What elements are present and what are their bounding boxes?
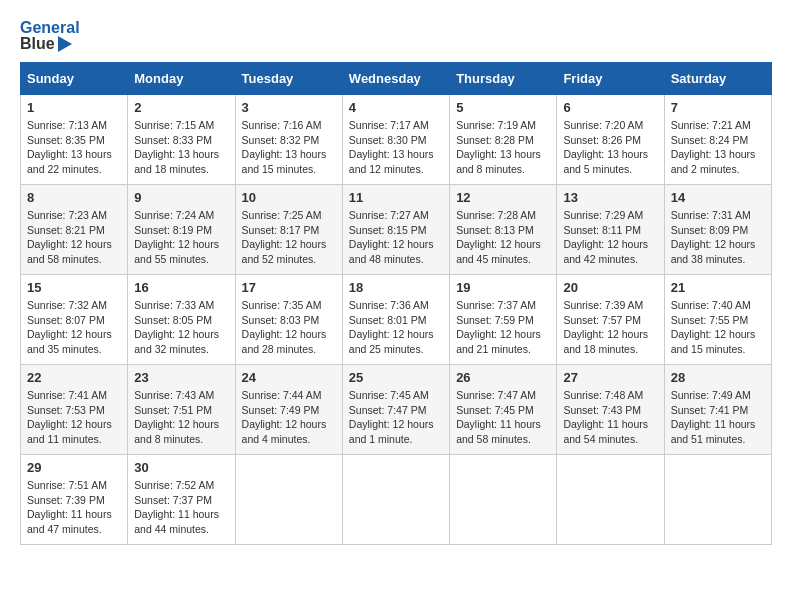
calendar-day-cell bbox=[342, 455, 449, 545]
day-info: Sunrise: 7:32 AM Sunset: 8:07 PM Dayligh… bbox=[27, 298, 121, 357]
day-number: 25 bbox=[349, 370, 443, 385]
calendar-day-cell: 5 Sunrise: 7:19 AM Sunset: 8:28 PM Dayli… bbox=[450, 95, 557, 185]
calendar-day-cell: 26 Sunrise: 7:47 AM Sunset: 7:45 PM Dayl… bbox=[450, 365, 557, 455]
day-info: Sunrise: 7:31 AM Sunset: 8:09 PM Dayligh… bbox=[671, 208, 765, 267]
calendar-week-row: 22 Sunrise: 7:41 AM Sunset: 7:53 PM Dayl… bbox=[21, 365, 772, 455]
calendar-day-cell: 17 Sunrise: 7:35 AM Sunset: 8:03 PM Dayl… bbox=[235, 275, 342, 365]
calendar-day-cell: 21 Sunrise: 7:40 AM Sunset: 7:55 PM Dayl… bbox=[664, 275, 771, 365]
day-info: Sunrise: 7:37 AM Sunset: 7:59 PM Dayligh… bbox=[456, 298, 550, 357]
day-number: 8 bbox=[27, 190, 121, 205]
day-number: 22 bbox=[27, 370, 121, 385]
calendar-day-cell bbox=[450, 455, 557, 545]
calendar-day-cell: 13 Sunrise: 7:29 AM Sunset: 8:11 PM Dayl… bbox=[557, 185, 664, 275]
calendar-day-cell: 11 Sunrise: 7:27 AM Sunset: 8:15 PM Dayl… bbox=[342, 185, 449, 275]
calendar-day-cell: 27 Sunrise: 7:48 AM Sunset: 7:43 PM Dayl… bbox=[557, 365, 664, 455]
calendar-day-cell: 6 Sunrise: 7:20 AM Sunset: 8:26 PM Dayli… bbox=[557, 95, 664, 185]
calendar-day-cell: 1 Sunrise: 7:13 AM Sunset: 8:35 PM Dayli… bbox=[21, 95, 128, 185]
calendar-day-cell: 8 Sunrise: 7:23 AM Sunset: 8:21 PM Dayli… bbox=[21, 185, 128, 275]
logo-arrow-icon bbox=[58, 36, 72, 52]
calendar-day-cell: 7 Sunrise: 7:21 AM Sunset: 8:24 PM Dayli… bbox=[664, 95, 771, 185]
calendar-week-row: 15 Sunrise: 7:32 AM Sunset: 8:07 PM Dayl… bbox=[21, 275, 772, 365]
day-number: 11 bbox=[349, 190, 443, 205]
day-info: Sunrise: 7:16 AM Sunset: 8:32 PM Dayligh… bbox=[242, 118, 336, 177]
logo-text: General Blue bbox=[20, 20, 80, 52]
calendar-day-cell: 19 Sunrise: 7:37 AM Sunset: 7:59 PM Dayl… bbox=[450, 275, 557, 365]
weekday-header-cell: Monday bbox=[128, 63, 235, 95]
calendar-day-cell: 25 Sunrise: 7:45 AM Sunset: 7:47 PM Dayl… bbox=[342, 365, 449, 455]
calendar-day-cell: 18 Sunrise: 7:36 AM Sunset: 8:01 PM Dayl… bbox=[342, 275, 449, 365]
day-info: Sunrise: 7:21 AM Sunset: 8:24 PM Dayligh… bbox=[671, 118, 765, 177]
day-number: 23 bbox=[134, 370, 228, 385]
day-number: 18 bbox=[349, 280, 443, 295]
day-number: 5 bbox=[456, 100, 550, 115]
day-number: 28 bbox=[671, 370, 765, 385]
day-number: 15 bbox=[27, 280, 121, 295]
day-info: Sunrise: 7:20 AM Sunset: 8:26 PM Dayligh… bbox=[563, 118, 657, 177]
day-number: 9 bbox=[134, 190, 228, 205]
day-info: Sunrise: 7:41 AM Sunset: 7:53 PM Dayligh… bbox=[27, 388, 121, 447]
day-info: Sunrise: 7:28 AM Sunset: 8:13 PM Dayligh… bbox=[456, 208, 550, 267]
calendar-day-cell bbox=[664, 455, 771, 545]
page-header: General Blue bbox=[20, 20, 772, 52]
logo-wrap: General Blue bbox=[20, 20, 80, 52]
day-info: Sunrise: 7:52 AM Sunset: 7:37 PM Dayligh… bbox=[134, 478, 228, 537]
calendar-body: 1 Sunrise: 7:13 AM Sunset: 8:35 PM Dayli… bbox=[21, 95, 772, 545]
calendar-day-cell: 14 Sunrise: 7:31 AM Sunset: 8:09 PM Dayl… bbox=[664, 185, 771, 275]
day-info: Sunrise: 7:43 AM Sunset: 7:51 PM Dayligh… bbox=[134, 388, 228, 447]
day-number: 29 bbox=[27, 460, 121, 475]
weekday-header-cell: Friday bbox=[557, 63, 664, 95]
day-number: 6 bbox=[563, 100, 657, 115]
day-info: Sunrise: 7:49 AM Sunset: 7:41 PM Dayligh… bbox=[671, 388, 765, 447]
calendar-day-cell: 24 Sunrise: 7:44 AM Sunset: 7:49 PM Dayl… bbox=[235, 365, 342, 455]
calendar-week-row: 8 Sunrise: 7:23 AM Sunset: 8:21 PM Dayli… bbox=[21, 185, 772, 275]
day-number: 2 bbox=[134, 100, 228, 115]
day-info: Sunrise: 7:27 AM Sunset: 8:15 PM Dayligh… bbox=[349, 208, 443, 267]
day-number: 4 bbox=[349, 100, 443, 115]
logo: General Blue bbox=[20, 20, 80, 52]
day-info: Sunrise: 7:51 AM Sunset: 7:39 PM Dayligh… bbox=[27, 478, 121, 537]
day-info: Sunrise: 7:45 AM Sunset: 7:47 PM Dayligh… bbox=[349, 388, 443, 447]
day-number: 16 bbox=[134, 280, 228, 295]
day-number: 17 bbox=[242, 280, 336, 295]
day-info: Sunrise: 7:35 AM Sunset: 8:03 PM Dayligh… bbox=[242, 298, 336, 357]
weekday-header-cell: Wednesday bbox=[342, 63, 449, 95]
calendar-day-cell: 22 Sunrise: 7:41 AM Sunset: 7:53 PM Dayl… bbox=[21, 365, 128, 455]
day-info: Sunrise: 7:48 AM Sunset: 7:43 PM Dayligh… bbox=[563, 388, 657, 447]
calendar-day-cell: 2 Sunrise: 7:15 AM Sunset: 8:33 PM Dayli… bbox=[128, 95, 235, 185]
day-info: Sunrise: 7:19 AM Sunset: 8:28 PM Dayligh… bbox=[456, 118, 550, 177]
weekday-header-cell: Sunday bbox=[21, 63, 128, 95]
day-info: Sunrise: 7:36 AM Sunset: 8:01 PM Dayligh… bbox=[349, 298, 443, 357]
day-info: Sunrise: 7:29 AM Sunset: 8:11 PM Dayligh… bbox=[563, 208, 657, 267]
day-info: Sunrise: 7:40 AM Sunset: 7:55 PM Dayligh… bbox=[671, 298, 765, 357]
calendar-day-cell: 4 Sunrise: 7:17 AM Sunset: 8:30 PM Dayli… bbox=[342, 95, 449, 185]
calendar-day-cell: 10 Sunrise: 7:25 AM Sunset: 8:17 PM Dayl… bbox=[235, 185, 342, 275]
day-info: Sunrise: 7:17 AM Sunset: 8:30 PM Dayligh… bbox=[349, 118, 443, 177]
weekday-header-row: SundayMondayTuesdayWednesdayThursdayFrid… bbox=[21, 63, 772, 95]
day-number: 1 bbox=[27, 100, 121, 115]
day-number: 3 bbox=[242, 100, 336, 115]
day-number: 27 bbox=[563, 370, 657, 385]
calendar-day-cell: 12 Sunrise: 7:28 AM Sunset: 8:13 PM Dayl… bbox=[450, 185, 557, 275]
day-info: Sunrise: 7:23 AM Sunset: 8:21 PM Dayligh… bbox=[27, 208, 121, 267]
calendar-day-cell: 16 Sunrise: 7:33 AM Sunset: 8:05 PM Dayl… bbox=[128, 275, 235, 365]
day-info: Sunrise: 7:24 AM Sunset: 8:19 PM Dayligh… bbox=[134, 208, 228, 267]
day-number: 21 bbox=[671, 280, 765, 295]
day-number: 12 bbox=[456, 190, 550, 205]
weekday-header-cell: Tuesday bbox=[235, 63, 342, 95]
calendar-day-cell: 30 Sunrise: 7:52 AM Sunset: 7:37 PM Dayl… bbox=[128, 455, 235, 545]
calendar-day-cell: 15 Sunrise: 7:32 AM Sunset: 8:07 PM Dayl… bbox=[21, 275, 128, 365]
weekday-header-cell: Thursday bbox=[450, 63, 557, 95]
day-number: 26 bbox=[456, 370, 550, 385]
calendar-day-cell bbox=[557, 455, 664, 545]
day-number: 30 bbox=[134, 460, 228, 475]
day-number: 13 bbox=[563, 190, 657, 205]
day-number: 7 bbox=[671, 100, 765, 115]
calendar-day-cell: 3 Sunrise: 7:16 AM Sunset: 8:32 PM Dayli… bbox=[235, 95, 342, 185]
day-info: Sunrise: 7:25 AM Sunset: 8:17 PM Dayligh… bbox=[242, 208, 336, 267]
logo-blue: Blue bbox=[20, 36, 55, 52]
day-info: Sunrise: 7:39 AM Sunset: 7:57 PM Dayligh… bbox=[563, 298, 657, 357]
calendar-day-cell: 28 Sunrise: 7:49 AM Sunset: 7:41 PM Dayl… bbox=[664, 365, 771, 455]
day-number: 14 bbox=[671, 190, 765, 205]
day-number: 19 bbox=[456, 280, 550, 295]
day-info: Sunrise: 7:47 AM Sunset: 7:45 PM Dayligh… bbox=[456, 388, 550, 447]
